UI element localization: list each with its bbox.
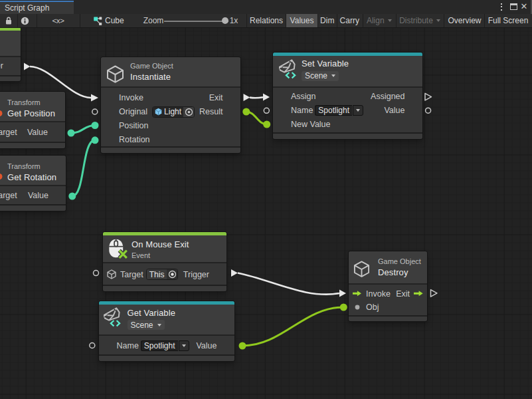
port-label-exit: Exit: [209, 93, 223, 102]
object-field-this[interactable]: This: [146, 269, 179, 280]
node-port-row: Trigger: [0, 57, 21, 75]
object-picker-icon[interactable]: [168, 270, 177, 279]
mouse-event-icon: [109, 239, 129, 259]
port-label-target: Target: [120, 270, 143, 279]
port-label-trigger: Trigger: [0, 61, 3, 70]
port-label-trigger: Trigger: [183, 270, 209, 279]
node-destroy[interactable]: Game Object Destroy Invoke Exit: [349, 251, 427, 321]
node-header: Game Object Instantiate: [101, 57, 240, 86]
toolbar-button-distribute[interactable]: Distribute: [396, 14, 444, 27]
node-titles: Set Variable Scene: [302, 59, 349, 81]
toolbar-button-values[interactable]: Values: [286, 14, 317, 27]
node-title: Destroy: [378, 267, 421, 278]
variable-name-field[interactable]: Spotlight: [141, 340, 178, 351]
graph-target[interactable]: Cube: [94, 14, 128, 27]
lock-icon: [5, 17, 12, 25]
toolbar-button-label-dim: Dim: [320, 16, 334, 25]
node-instantiate[interactable]: Game Object Instantiate Invoke Exit Orig…: [101, 57, 240, 153]
node-title: Get Variable: [128, 308, 176, 319]
port-label-name: Name: [117, 341, 139, 350]
toolbar-button-overview[interactable]: Overview: [445, 14, 484, 27]
node-port-row: Target Value: [0, 186, 66, 204]
node-category: Event: [132, 251, 189, 260]
variable-name-field[interactable]: Spotlight: [315, 105, 352, 116]
chevron-down-icon: [331, 74, 335, 77]
toolbar-button-fullscreen[interactable]: Full Screen: [484, 14, 532, 27]
script-graph-icon: [94, 17, 102, 25]
node-footer: [349, 315, 427, 321]
node-port-row: New Value: [273, 118, 422, 132]
window-menu-icon[interactable]: [498, 3, 505, 11]
variable-name-dropdown-button[interactable]: [179, 340, 189, 351]
toolbar-button-dim[interactable]: Dim: [318, 14, 337, 27]
object-field-label-section: Light: [153, 107, 183, 117]
node-header: On Mouse Exit Event: [103, 235, 227, 262]
node-title: On Mouse Exit: [132, 239, 189, 250]
window-close-icon[interactable]: ✕: [520, 3, 528, 10]
toolbar-button-relations[interactable]: Relations: [247, 14, 286, 27]
node-get-variable[interactable]: Get Variable Scene Name Spotlight Value: [99, 301, 234, 362]
node-set-variable[interactable]: Set Variable Scene Assign Assigned Name …: [273, 53, 422, 139]
tab-script-graph[interactable]: Script Graph: [0, 1, 74, 14]
node-port-row: Original Light: [101, 105, 240, 119]
game-object-cube-icon-small: [107, 269, 116, 279]
node-get-rotation[interactable]: Transform Get Rotation Target Value: [0, 156, 66, 211]
object-picker-icon[interactable]: [185, 108, 193, 116]
node-titles: On Mouse Exit Event: [132, 239, 189, 260]
unity-visual-scripting-window: Trigger Transform Get Position Target Va…: [0, 0, 532, 399]
port-label-result: Result: [199, 107, 222, 116]
port-label-target: Target: [0, 191, 17, 200]
code-view-button[interactable]: <x>: [37, 14, 80, 27]
node-footer: [273, 132, 422, 139]
node-header: Set Variable Scene: [273, 56, 422, 86]
port-label-assign: Assign: [291, 92, 316, 101]
toolbar-button-label-distribute: Distribute: [399, 16, 433, 25]
node-footer: [0, 75, 21, 82]
node-category: Game Object: [378, 257, 421, 266]
prefab-cube-icon: [155, 108, 162, 116]
port-label-obj: Obj: [366, 303, 379, 312]
toolbar-button-align[interactable]: Align: [363, 14, 396, 27]
info-button[interactable]: [17, 14, 32, 27]
graph-toolbar: <x> Cube Zoom 1x Relations Values Dim Ca…: [0, 14, 532, 28]
node-get-position[interactable]: Transform Get Position Target Value: [0, 92, 65, 148]
node-titles: Game Object Instantiate: [130, 62, 173, 82]
node-port-row: Assign Assigned: [273, 90, 422, 104]
variable-name-value: Spotlight: [144, 341, 175, 350]
node-on-mouse-exit[interactable]: On Mouse Exit Event Target This: [103, 232, 227, 291]
node-titles: Transform Get Position: [7, 98, 55, 119]
object-field-light[interactable]: Light: [152, 106, 195, 118]
node-titles: Transform Get Rotation: [7, 162, 56, 183]
node-header: Transform Get Rotation: [0, 156, 66, 185]
object-field-picker-section[interactable]: [183, 107, 194, 117]
toolbar-button-label-carry: Carry: [340, 16, 359, 25]
node-body: Name Spotlight Value: [99, 334, 234, 354]
zoom-value: 1x: [226, 14, 241, 27]
variable-scope-dropdown[interactable]: Scene: [128, 320, 165, 330]
window-maximize-icon[interactable]: [510, 3, 517, 10]
object-field-picker-section[interactable]: [167, 269, 177, 279]
variable-scope-dropdown[interactable]: Scene: [302, 71, 339, 81]
toolbar-button-label-values: Values: [290, 16, 314, 25]
node-clipped-event[interactable]: Trigger: [0, 27, 21, 81]
node-body: Trigger: [0, 56, 21, 75]
node-port-row: Name Spotlight Value: [99, 336, 234, 356]
toolbar-button-carry[interactable]: Carry: [337, 14, 363, 27]
scene-variable-icon: [104, 307, 122, 328]
zoom-slider-track[interactable]: [164, 21, 228, 22]
lock-button[interactable]: [0, 14, 17, 27]
code-icon: <x>: [52, 17, 64, 25]
toolbar-button-label-fullscreen: Full Screen: [488, 16, 529, 25]
node-header: [0, 31, 21, 56]
node-port-row: Target This Trigger: [103, 263, 227, 286]
variable-name-value: Spotlight: [318, 106, 349, 115]
port-label-value: Value: [384, 106, 404, 115]
port-label-exit: Exit: [396, 289, 410, 299]
object-field-value: This: [149, 270, 165, 279]
node-title: Get Rotation: [7, 172, 56, 183]
node-footer: [0, 142, 65, 148]
node-title: Get Position: [7, 108, 55, 119]
variable-name-dropdown-button[interactable]: [353, 105, 363, 116]
node-body: Invoke Exit Original Light: [101, 86, 240, 146]
node-port-row: Rotation: [101, 132, 240, 146]
